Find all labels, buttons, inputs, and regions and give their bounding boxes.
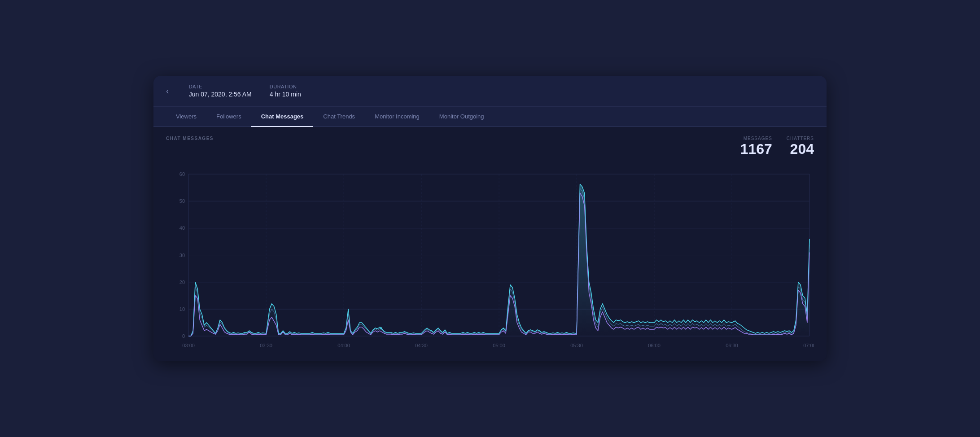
svg-text:20: 20 [179, 280, 185, 285]
date-field: Date Jun 07, 2020, 2:56 AM [189, 84, 252, 98]
svg-text:06:00: 06:00 [648, 343, 661, 348]
chart-stats: MESSAGES 1167 CHATTERS 204 [740, 136, 814, 156]
svg-text:07:00: 07:00 [803, 343, 814, 348]
chart-header: CHAT MESSAGES MESSAGES 1167 CHATTERS 204 [166, 136, 814, 156]
chart-svg-wrapper: 0 10 20 30 40 50 60 03:00 03:30 04:00 04… [166, 161, 814, 354]
tab-viewers[interactable]: Viewers [166, 107, 206, 126]
messages-stat: MESSAGES 1167 [740, 136, 772, 156]
svg-text:30: 30 [179, 252, 185, 258]
tab-chat-messages[interactable]: Chat Messages [251, 107, 314, 126]
chatters-stat: CHATTERS 204 [787, 136, 814, 156]
chart-section-label: CHAT MESSAGES [166, 136, 214, 141]
chatters-label: CHATTERS [787, 136, 814, 141]
tab-monitor-outgoing[interactable]: Monitor Outgoing [429, 107, 494, 126]
chat-messages-chart: 0 10 20 30 40 50 60 03:00 03:30 04:00 04… [166, 161, 814, 354]
messages-label: MESSAGES [740, 136, 772, 141]
tab-monitor-incoming[interactable]: Monitor Incoming [365, 107, 429, 126]
date-label: Date [189, 84, 252, 89]
tab-followers[interactable]: Followers [206, 107, 251, 126]
svg-text:10: 10 [179, 306, 185, 312]
messages-value: 1167 [740, 141, 772, 157]
svg-text:04:00: 04:00 [337, 343, 350, 348]
header-section: ‹ Date Jun 07, 2020, 2:56 AM Duration 4 … [153, 76, 827, 107]
svg-text:04:30: 04:30 [415, 343, 428, 348]
svg-text:03:00: 03:00 [182, 343, 195, 348]
duration-value: 4 hr 10 min [270, 91, 301, 98]
duration-label: Duration [270, 84, 301, 89]
svg-text:0: 0 [182, 333, 185, 339]
svg-text:03:30: 03:30 [260, 343, 272, 348]
duration-field: Duration 4 hr 10 min [270, 84, 301, 98]
svg-text:50: 50 [179, 198, 185, 204]
back-button[interactable]: ‹ [166, 86, 169, 96]
svg-text:05:00: 05:00 [493, 343, 505, 348]
tab-chat-trends[interactable]: Chat Trends [313, 107, 365, 126]
date-value: Jun 07, 2020, 2:56 AM [189, 91, 252, 98]
tab-bar: Viewers Followers Chat Messages Chat Tre… [153, 107, 827, 127]
svg-text:06:30: 06:30 [726, 343, 738, 348]
svg-text:05:30: 05:30 [570, 343, 583, 348]
svg-text:40: 40 [179, 225, 185, 231]
analytics-card: ‹ Date Jun 07, 2020, 2:56 AM Duration 4 … [153, 76, 827, 361]
chatters-value: 204 [790, 141, 814, 157]
chart-container: CHAT MESSAGES MESSAGES 1167 CHATTERS 204 [153, 127, 827, 361]
svg-text:60: 60 [179, 171, 185, 177]
